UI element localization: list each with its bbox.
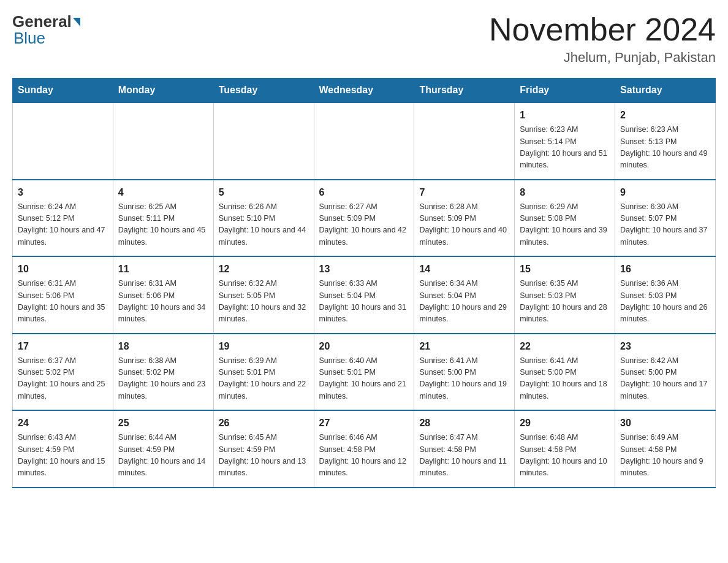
day-info: Sunrise: 6:27 AMSunset: 5:09 PMDaylight:… <box>319 201 409 249</box>
day-info: Sunrise: 6:26 AMSunset: 5:10 PMDaylight:… <box>219 201 309 249</box>
day-info: Sunrise: 6:49 AMSunset: 4:58 PMDaylight:… <box>620 432 710 480</box>
day-number: 23 <box>620 339 710 354</box>
cell-week5-day1: 24Sunrise: 6:43 AMSunset: 4:59 PMDayligh… <box>13 410 113 488</box>
cell-week5-day2: 25Sunrise: 6:44 AMSunset: 4:59 PMDayligh… <box>113 410 213 488</box>
cell-week5-day5: 28Sunrise: 6:47 AMSunset: 4:58 PMDayligh… <box>414 410 515 488</box>
day-number: 24 <box>18 416 108 431</box>
cell-week5-day6: 29Sunrise: 6:48 AMSunset: 4:58 PMDayligh… <box>515 410 615 488</box>
cell-week1-day4 <box>314 102 414 180</box>
day-number: 1 <box>520 108 610 123</box>
day-number: 6 <box>319 185 409 200</box>
cell-week1-day3 <box>213 102 314 180</box>
cell-week4-day2: 18Sunrise: 6:38 AMSunset: 5:02 PMDayligh… <box>113 334 213 411</box>
day-info: Sunrise: 6:47 AMSunset: 4:58 PMDaylight:… <box>419 432 509 480</box>
cell-week3-day1: 10Sunrise: 6:31 AMSunset: 5:06 PMDayligh… <box>13 256 113 334</box>
cell-week4-day6: 22Sunrise: 6:41 AMSunset: 5:00 PMDayligh… <box>515 334 615 411</box>
day-number: 26 <box>219 416 309 431</box>
day-number: 5 <box>219 185 309 200</box>
day-info: Sunrise: 6:48 AMSunset: 4:58 PMDaylight:… <box>520 432 610 480</box>
day-number: 20 <box>319 339 409 354</box>
cell-week4-day3: 19Sunrise: 6:39 AMSunset: 5:01 PMDayligh… <box>213 334 314 411</box>
day-number: 14 <box>419 262 509 277</box>
day-number: 18 <box>118 339 208 354</box>
day-info: Sunrise: 6:32 AMSunset: 5:05 PMDaylight:… <box>219 278 309 326</box>
day-info: Sunrise: 6:46 AMSunset: 4:58 PMDaylight:… <box>319 432 409 480</box>
cell-week3-day7: 16Sunrise: 6:36 AMSunset: 5:03 PMDayligh… <box>615 256 716 334</box>
day-number: 8 <box>520 185 610 200</box>
logo-arrow-icon <box>73 18 80 26</box>
cell-week2-day6: 8Sunrise: 6:29 AMSunset: 5:08 PMDaylight… <box>515 180 615 257</box>
calendar-header: Sunday Monday Tuesday Wednesday Thursday… <box>13 79 716 103</box>
day-number: 3 <box>18 185 108 200</box>
header-thursday: Thursday <box>414 79 515 103</box>
cell-week2-day1: 3Sunrise: 6:24 AMSunset: 5:12 PMDaylight… <box>13 180 113 257</box>
cell-week3-day2: 11Sunrise: 6:31 AMSunset: 5:06 PMDayligh… <box>113 256 213 334</box>
cell-week5-day3: 26Sunrise: 6:45 AMSunset: 4:59 PMDayligh… <box>213 410 314 488</box>
day-info: Sunrise: 6:42 AMSunset: 5:00 PMDaylight:… <box>620 355 710 403</box>
week-row-5: 24Sunrise: 6:43 AMSunset: 4:59 PMDayligh… <box>13 410 716 488</box>
day-number: 12 <box>219 262 309 277</box>
logo-blue-text: Blue <box>13 29 45 47</box>
calendar-table: Sunday Monday Tuesday Wednesday Thursday… <box>12 78 716 488</box>
day-info: Sunrise: 6:43 AMSunset: 4:59 PMDaylight:… <box>18 432 108 480</box>
week-row-3: 10Sunrise: 6:31 AMSunset: 5:06 PMDayligh… <box>13 256 716 334</box>
logo: General Blue <box>12 12 82 48</box>
cell-week4-day4: 20Sunrise: 6:40 AMSunset: 5:01 PMDayligh… <box>314 334 414 411</box>
cell-week2-day2: 4Sunrise: 6:25 AMSunset: 5:11 PMDaylight… <box>113 180 213 257</box>
day-info: Sunrise: 6:28 AMSunset: 5:09 PMDaylight:… <box>419 201 509 249</box>
cell-week1-day2 <box>113 102 213 180</box>
day-info: Sunrise: 6:38 AMSunset: 5:02 PMDaylight:… <box>118 355 208 403</box>
cell-week3-day3: 12Sunrise: 6:32 AMSunset: 5:05 PMDayligh… <box>213 256 314 334</box>
day-info: Sunrise: 6:39 AMSunset: 5:01 PMDaylight:… <box>219 355 309 403</box>
cell-week4-day7: 23Sunrise: 6:42 AMSunset: 5:00 PMDayligh… <box>615 334 716 411</box>
day-number: 16 <box>620 262 710 277</box>
day-info: Sunrise: 6:36 AMSunset: 5:03 PMDaylight:… <box>620 278 710 326</box>
day-info: Sunrise: 6:29 AMSunset: 5:08 PMDaylight:… <box>520 201 610 249</box>
day-number: 27 <box>319 416 409 431</box>
cell-week2-day7: 9Sunrise: 6:30 AMSunset: 5:07 PMDaylight… <box>615 180 716 257</box>
header-saturday: Saturday <box>615 79 716 103</box>
day-number: 11 <box>118 262 208 277</box>
day-number: 17 <box>18 339 108 354</box>
day-info: Sunrise: 6:41 AMSunset: 5:00 PMDaylight:… <box>520 355 610 403</box>
day-number: 22 <box>520 339 610 354</box>
location-title: Jhelum, Punjab, Pakistan <box>489 50 716 66</box>
day-number: 21 <box>419 339 509 354</box>
day-number: 13 <box>319 262 409 277</box>
day-info: Sunrise: 6:24 AMSunset: 5:12 PMDaylight:… <box>18 201 108 249</box>
day-number: 29 <box>520 416 610 431</box>
day-info: Sunrise: 6:40 AMSunset: 5:01 PMDaylight:… <box>319 355 409 403</box>
calendar-body: 1Sunrise: 6:23 AMSunset: 5:14 PMDaylight… <box>13 102 716 488</box>
day-number: 7 <box>419 185 509 200</box>
cell-week1-day6: 1Sunrise: 6:23 AMSunset: 5:14 PMDaylight… <box>515 102 615 180</box>
day-info: Sunrise: 6:41 AMSunset: 5:00 PMDaylight:… <box>419 355 509 403</box>
cell-week5-day7: 30Sunrise: 6:49 AMSunset: 4:58 PMDayligh… <box>615 410 716 488</box>
day-number: 9 <box>620 185 710 200</box>
header-monday: Monday <box>113 79 213 103</box>
day-info: Sunrise: 6:37 AMSunset: 5:02 PMDaylight:… <box>18 355 108 403</box>
cell-week2-day5: 7Sunrise: 6:28 AMSunset: 5:09 PMDaylight… <box>414 180 515 257</box>
header-wednesday: Wednesday <box>314 79 414 103</box>
cell-week3-day4: 13Sunrise: 6:33 AMSunset: 5:04 PMDayligh… <box>314 256 414 334</box>
weekday-header-row: Sunday Monday Tuesday Wednesday Thursday… <box>13 79 716 103</box>
day-info: Sunrise: 6:35 AMSunset: 5:03 PMDaylight:… <box>520 278 610 326</box>
day-info: Sunrise: 6:34 AMSunset: 5:04 PMDaylight:… <box>419 278 509 326</box>
day-number: 30 <box>620 416 710 431</box>
day-info: Sunrise: 6:30 AMSunset: 5:07 PMDaylight:… <box>620 201 710 249</box>
cell-week1-day5 <box>414 102 515 180</box>
day-number: 10 <box>18 262 108 277</box>
day-number: 15 <box>520 262 610 277</box>
cell-week4-day1: 17Sunrise: 6:37 AMSunset: 5:02 PMDayligh… <box>13 334 113 411</box>
day-number: 19 <box>219 339 309 354</box>
cell-week3-day5: 14Sunrise: 6:34 AMSunset: 5:04 PMDayligh… <box>414 256 515 334</box>
day-number: 4 <box>118 185 208 200</box>
day-info: Sunrise: 6:31 AMSunset: 5:06 PMDaylight:… <box>118 278 208 326</box>
day-number: 25 <box>118 416 208 431</box>
header-friday: Friday <box>515 79 615 103</box>
day-info: Sunrise: 6:31 AMSunset: 5:06 PMDaylight:… <box>18 278 108 326</box>
cell-week5-day4: 27Sunrise: 6:46 AMSunset: 4:58 PMDayligh… <box>314 410 414 488</box>
week-row-1: 1Sunrise: 6:23 AMSunset: 5:14 PMDaylight… <box>13 102 716 180</box>
day-info: Sunrise: 6:23 AMSunset: 5:13 PMDaylight:… <box>620 124 710 172</box>
day-info: Sunrise: 6:33 AMSunset: 5:04 PMDaylight:… <box>319 278 409 326</box>
week-row-4: 17Sunrise: 6:37 AMSunset: 5:02 PMDayligh… <box>13 334 716 411</box>
